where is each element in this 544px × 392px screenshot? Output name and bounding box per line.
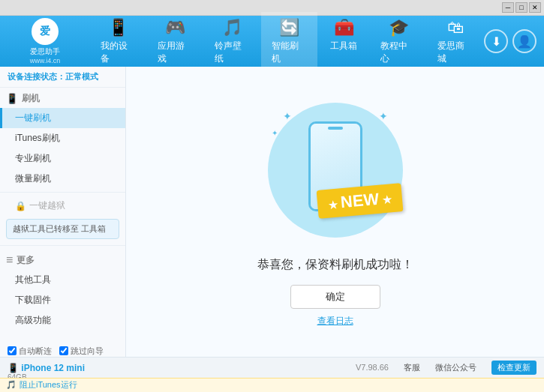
more-section-icon: ≡ — [6, 253, 13, 267]
content-area: ✦ ✦ ✦ NEW 恭喜您，保资料刷机成功啦！ 确定 查看日志 — [126, 67, 544, 357]
skip-wizard-input[interactable] — [59, 346, 68, 355]
phone-icon: 📱 — [108, 18, 128, 37]
version-label: V7.98.66 — [356, 363, 389, 372]
sidebar-item-pro-flash[interactable]: 专业刷机 — [0, 148, 125, 169]
tools-icon: 🧰 — [334, 18, 354, 37]
shop-icon: 🛍 — [447, 18, 464, 37]
sidebar-item-other-tools[interactable]: 其他工具 — [0, 270, 125, 290]
sidebar-item-one-click-flash[interactable]: 一键刷机 — [0, 108, 125, 128]
phone-icon-small: 📱 — [8, 363, 21, 373]
sparkle-1: ✦ — [283, 110, 292, 122]
flash-section-icon: 📱 — [6, 93, 18, 104]
confirm-button[interactable]: 确定 — [290, 285, 380, 309]
skip-wizard-checkbox[interactable]: 跳过向导 — [59, 346, 104, 357]
sidebar-item-download-fw[interactable]: 下载固件 — [0, 290, 125, 310]
flash-icon: 🔄 — [279, 18, 299, 37]
main-area: 设备连接状态：正常模式 📱 刷机 一键刷机 iTunes刷机 专业刷机 微量刷机… — [0, 67, 544, 357]
divider-2 — [0, 245, 125, 246]
itunes-running-label[interactable]: 阻止iTunes运行 — [20, 379, 77, 391]
logo-area: 爱 爱思助手 www.i4.cn — [8, 18, 83, 64]
wechat-link[interactable]: 微信公众号 — [435, 362, 476, 373]
user-btn[interactable]: 👤 — [512, 29, 536, 53]
sidebar-section-more: ≡ 更多 — [0, 249, 125, 270]
lock-icon: 🔒 — [15, 201, 26, 211]
view-log-link[interactable]: 查看日志 — [317, 315, 353, 328]
sidebar-section-jailbreak-locked: 🔒 一键越狱 — [0, 196, 125, 216]
close-btn[interactable]: ✕ — [529, 2, 541, 13]
success-message: 恭喜您，保资料刷机成功啦！ — [257, 257, 413, 273]
nav-tools[interactable]: 🧰 工具箱 — [317, 12, 370, 71]
minimize-btn[interactable]: ─ — [502, 2, 514, 13]
nav-tutorial[interactable]: 🎓 教程中心 — [370, 12, 427, 71]
logo-text: 爱思助手 www.i4.cn — [30, 46, 61, 64]
header: 爱 爱思助手 www.i4.cn 📱 我的设备 🎮 应用游戏 🎵 铃声壁纸 🔄 — [0, 16, 544, 67]
illustration: ✦ ✦ ✦ NEW — [260, 95, 410, 245]
update-button[interactable]: 检查更新 — [491, 361, 536, 375]
divider-1 — [0, 192, 125, 193]
logo-icon: 爱 — [32, 18, 59, 45]
auto-disconnect-checkbox[interactable]: 自动断连 — [8, 346, 52, 357]
nav-my-device[interactable]: 📱 我的设备 — [90, 12, 147, 71]
download-btn[interactable]: ⬇ — [484, 29, 508, 53]
bottom-bar: 自动断连 跳过向导 📱 iPhone 12 mini 64GB Down-12m… — [0, 357, 544, 378]
bottom-right: V7.98.66 客服 微信公众号 检查更新 — [356, 361, 536, 375]
header-right: ⬇ 👤 — [484, 29, 536, 53]
sidebar-item-save-flash[interactable]: 微量刷机 — [0, 169, 125, 189]
maximize-btn[interactable]: □ — [515, 2, 527, 13]
sidebar-item-itunes-flash[interactable]: iTunes刷机 — [0, 128, 125, 148]
service-link[interactable]: 客服 — [404, 362, 420, 373]
itunes-bar: 🎵 阻止iTunes运行 — [0, 378, 544, 392]
sparkle-2: ✦ — [272, 129, 278, 137]
phone-notch — [328, 127, 343, 130]
sparkle-3: ✦ — [379, 110, 388, 122]
nav-ringtone[interactable]: 🎵 铃声壁纸 — [204, 12, 261, 71]
sidebar-section-flash: 📱 刷机 — [0, 88, 125, 108]
ringtone-icon: 🎵 — [222, 18, 242, 37]
nav-shop[interactable]: 🛍 爱思商城 — [427, 12, 484, 71]
games-icon: 🎮 — [165, 18, 185, 37]
nav-apps[interactable]: 🎮 应用游戏 — [147, 12, 204, 71]
sidebar-item-advanced[interactable]: 高级功能 — [0, 310, 125, 331]
jailbreak-notice: 越狱工具已转移至 工具箱 — [6, 219, 119, 239]
nav-bar: 📱 我的设备 🎮 应用游戏 🎵 铃声壁纸 🔄 智能刷机 🧰 工具箱 🎓 — [90, 12, 484, 71]
device-name: 📱 iPhone 12 mini — [8, 363, 104, 373]
tutorial-icon: 🎓 — [389, 18, 409, 37]
device-status: 设备连接状态：正常模式 — [0, 67, 125, 88]
new-badge: NEW — [317, 184, 404, 220]
nav-flash[interactable]: 🔄 智能刷机 — [261, 12, 318, 71]
auto-disconnect-input[interactable] — [8, 346, 17, 355]
itunes-icon: 🎵 — [6, 380, 17, 390]
sidebar: 设备连接状态：正常模式 📱 刷机 一键刷机 iTunes刷机 专业刷机 微量刷机… — [0, 67, 126, 357]
